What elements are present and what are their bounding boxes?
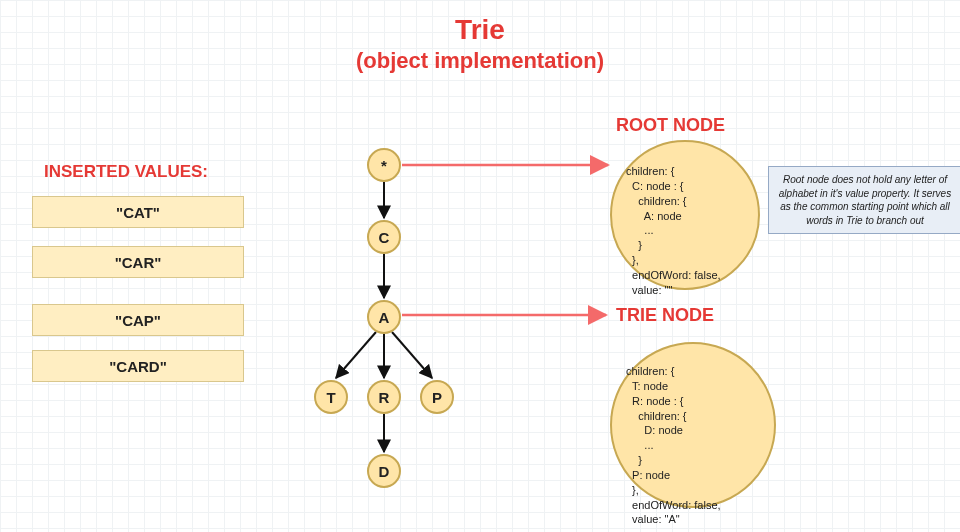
root-note-text: Root node does not hold any letter of al… — [779, 174, 951, 226]
trie-node-r: R — [367, 380, 401, 414]
inserted-value-box: "CAR" — [32, 246, 244, 278]
inserted-value-text: "CARD" — [109, 358, 167, 375]
diagram-layer: Trie (object implementation) INSERTED VA… — [0, 0, 960, 532]
trie-node-object: children: { T: node R: node : { children… — [610, 342, 776, 508]
node-label: T — [326, 389, 335, 406]
svg-line-4 — [392, 332, 432, 378]
subtitle: (object implementation) — [0, 48, 960, 74]
node-label: D — [379, 463, 390, 480]
node-label: C — [379, 229, 390, 246]
inserted-values-heading: INSERTED VALUES: — [44, 162, 208, 182]
trie-node-a: A — [367, 300, 401, 334]
root-node-object: children: { C: node : { children: { A: n… — [610, 140, 760, 290]
node-label: * — [381, 157, 387, 174]
node-label: A — [379, 309, 390, 326]
node-label: R — [379, 389, 390, 406]
trie-node-object-text: children: { T: node R: node : { children… — [626, 365, 721, 525]
inserted-value-box: "CAT" — [32, 196, 244, 228]
node-label: P — [432, 389, 442, 406]
root-node-object-text: children: { C: node : { children: { A: n… — [626, 165, 721, 296]
inserted-value-box: "CAP" — [32, 304, 244, 336]
root-note: Root node does not hold any letter of al… — [768, 166, 960, 234]
title: Trie — [0, 14, 960, 46]
trie-node-t: T — [314, 380, 348, 414]
trie-node-p: P — [420, 380, 454, 414]
trie-node-root: * — [367, 148, 401, 182]
svg-line-2 — [336, 332, 376, 378]
root-node-label: ROOT NODE — [616, 115, 725, 136]
trie-node-c: C — [367, 220, 401, 254]
inserted-value-text: "CAP" — [115, 312, 161, 329]
inserted-value-text: "CAT" — [116, 204, 160, 221]
trie-node-label: TRIE NODE — [616, 305, 714, 326]
inserted-value-box: "CARD" — [32, 350, 244, 382]
inserted-value-text: "CAR" — [115, 254, 162, 271]
trie-node-d: D — [367, 454, 401, 488]
